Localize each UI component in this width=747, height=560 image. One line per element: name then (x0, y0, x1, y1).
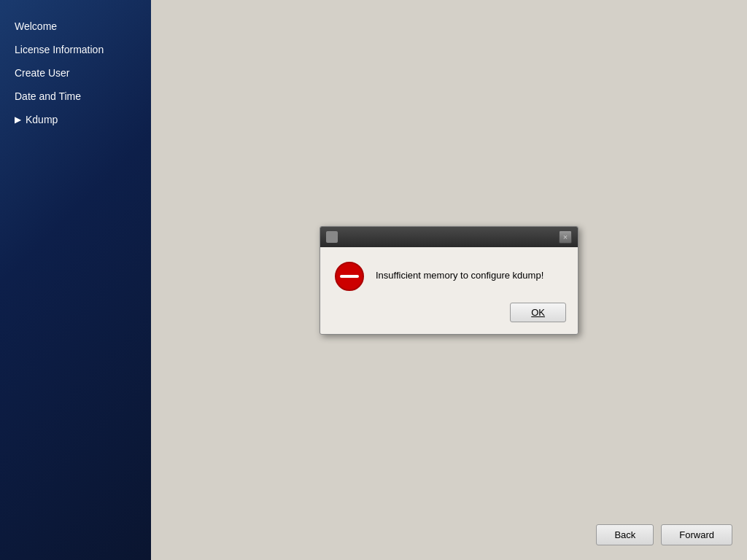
dialog-footer: OK (320, 303, 578, 334)
arrow-icon: ▶ (15, 114, 21, 125)
dialog-body: Insufficient memory to configure kdump! (320, 247, 578, 303)
sidebar-item-welcome[interactable]: Welcome (0, 15, 151, 38)
dialog-title-icon (326, 231, 338, 243)
error-icon-bar (340, 275, 359, 278)
sidebar-item-label: Kdump (26, 114, 58, 125)
dialog-message: Insufficient memory to configure kdump! (376, 262, 543, 282)
back-button[interactable]: Back (596, 524, 654, 545)
error-icon (335, 262, 364, 291)
sidebar-item-label: Date and Time (15, 90, 81, 102)
ok-button[interactable]: OK (510, 303, 566, 322)
sidebar-item-label: License Information (15, 44, 104, 55)
error-dialog: × Insufficient memory to configure kdump… (320, 226, 578, 335)
bottom-nav: Back Forward (596, 524, 732, 545)
sidebar-item-create-user[interactable]: Create User (0, 61, 151, 85)
sidebar-item-label: Create User (15, 67, 69, 79)
forward-button[interactable]: Forward (661, 524, 732, 545)
dialog-overlay: × Insufficient memory to configure kdump… (151, 0, 747, 560)
sidebar-item-license-information[interactable]: License Information (0, 38, 151, 61)
sidebar-item-kdump[interactable]: ▶ Kdump (0, 108, 151, 131)
dialog-close-button[interactable]: × (559, 230, 572, 244)
dialog-titlebar: × (320, 227, 578, 247)
main-content: × Insufficient memory to configure kdump… (151, 0, 747, 560)
sidebar-item-date-and-time[interactable]: Date and Time (0, 85, 151, 108)
sidebar: Welcome License Information Create User … (0, 0, 151, 560)
sidebar-item-label: Welcome (15, 20, 57, 32)
